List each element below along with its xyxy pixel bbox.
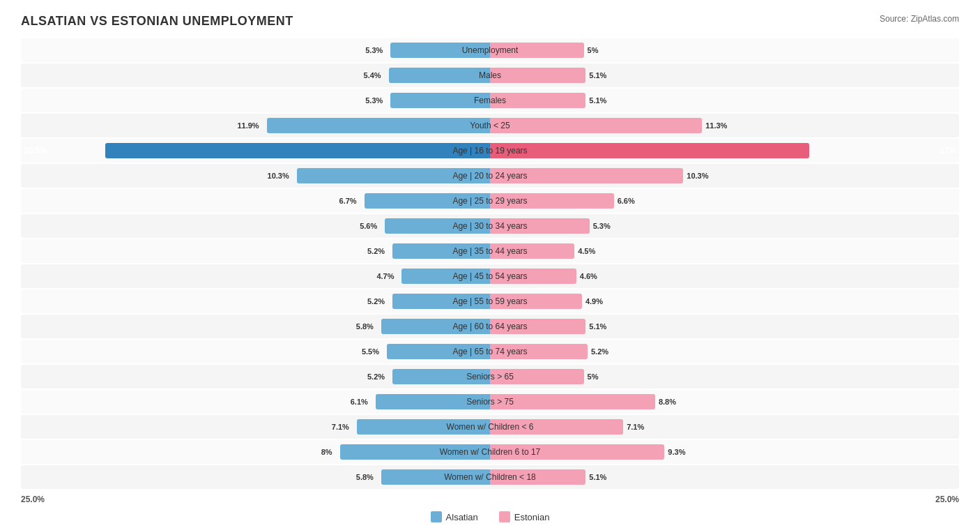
bar-left [357,419,490,435]
legend-estonian: Estonian [499,511,550,522]
bar-left [365,193,490,209]
val-right: 5.1% [585,71,606,80]
bar-right [490,168,683,183]
bar-left [390,43,490,58]
bar-right-section: 17% [490,139,959,163]
bar-left-section: 6.7% [21,189,490,213]
bar-right [490,319,585,334]
val-left: 4.7% [376,272,397,280]
bar-right-section: 9.3% [490,440,959,464]
bar-right [490,218,590,234]
bar-left-section: 5.3% [21,89,490,112]
axis-row: 25.0% 25.0% [21,495,959,504]
val-left: 10.3% [268,172,293,180]
chart-row: 4.7%Age | 45 to 54 years4.6% [21,264,959,288]
bar-left-section: 11.9% [21,114,490,137]
val-right: 5.1% [585,322,606,331]
bar-right-section: 7.1% [490,415,959,439]
chart-area: 5.3%Unemployment5%5.4%Males5.1%5.3%Femal… [21,38,959,489]
chart-row: 5.3%Females5.1% [21,89,959,112]
bar-right-section: 5% [490,38,959,62]
bar-right [490,369,584,384]
bar-right [490,193,614,209]
axis-left: 25.0% [21,495,45,504]
bar-right [490,43,584,58]
bar-right-section: 5.1% [490,63,959,87]
chart-row: 5.2%Seniors > 655% [21,365,959,389]
chart-header: ALSATIAN VS ESTONIAN UNEMPLOYMENT Source… [21,14,959,29]
bar-left-section: 5.5% [21,340,490,363]
bar-left-section: 4.7% [21,264,490,288]
val-left: 8% [321,448,336,456]
bar-left [401,269,490,284]
bar-right-section: 5.3% [490,214,959,238]
bar-left-section: 8% [21,440,490,464]
bar-left [392,243,490,259]
bar-right [490,143,809,158]
bar-left [105,143,490,158]
bar-left-section: 5.2% [21,239,490,263]
val-left: 5.2% [367,297,388,306]
bar-left [390,93,490,108]
val-right: 4.9% [582,297,603,306]
legend-alsatian-box [431,511,442,522]
bar-right-section: 8.8% [490,390,959,414]
bar-right [490,118,702,133]
chart-row: 6.7%Age | 25 to 29 years6.6% [21,189,959,213]
chart-row: 8%Women w/ Children 6 to 179.3% [21,440,959,464]
bar-right-section: 4.5% [490,239,959,263]
chart-row: 5.8%Age | 60 to 64 years5.1% [21,315,959,338]
bar-right [490,269,576,284]
val-right: 9.3% [664,448,685,456]
bar-right-section: 4.6% [490,264,959,288]
bar-left [387,344,490,359]
val-right: 11.3% [702,121,727,130]
bar-right-section: 11.3% [490,114,959,137]
bar-left [340,444,490,460]
val-left: 5.2% [367,372,388,381]
bar-right-section: 10.3% [490,164,959,188]
val-right: 10.3% [683,172,708,180]
val-right: 5.1% [585,96,606,105]
chart-row: 5.2%Age | 55 to 59 years4.9% [21,289,959,313]
bar-right-section: 6.6% [490,189,959,213]
chart-row: 10.3%Age | 20 to 24 years10.3% [21,164,959,188]
val-left: 5.8% [356,473,377,481]
bar-right [490,344,588,359]
chart-row: 20.5%Age | 16 to 19 years17% [21,139,959,163]
chart-row: 11.9%Youth < 2511.3% [21,114,959,137]
legend-estonian-label: Estonian [514,512,550,522]
val-right: 5% [584,372,599,381]
bar-left [392,369,490,384]
val-left: 5.5% [362,347,383,356]
legend: Alsatian Estonian [21,511,959,522]
val-left: 7.1% [332,423,353,431]
bar-left [267,118,490,133]
bar-left-section: 6.1% [21,390,490,414]
bar-left-section: 5.2% [21,289,490,313]
val-right: 6.6% [614,197,635,205]
val-left: 5.3% [365,46,386,54]
bar-right [490,444,664,460]
val-left: 5.6% [360,222,381,230]
val-left: 5.2% [367,247,388,255]
bar-left-section: 5.8% [21,315,490,338]
bar-left [392,294,490,309]
bar-left-section: 5.8% [21,465,490,489]
val-right: 5.3% [590,222,611,230]
bar-right [490,394,655,409]
val-right: 4.5% [574,247,595,255]
bar-left [381,469,490,485]
bar-left-section: 20.5% [21,139,490,163]
bar-left-section: 7.1% [21,415,490,439]
val-right: 8.8% [655,398,676,406]
chart-row: 7.1%Women w/ Children < 67.1% [21,415,959,439]
bar-left [376,394,490,409]
axis-right: 25.0% [935,495,959,504]
val-right: 5.2% [588,347,608,356]
bar-right [490,243,574,259]
chart-source: Source: ZipAtlas.com [880,14,959,24]
val-left: 5.4% [364,71,385,80]
chart-row: 5.3%Unemployment5% [21,38,959,62]
val-left: 11.9% [237,121,262,130]
